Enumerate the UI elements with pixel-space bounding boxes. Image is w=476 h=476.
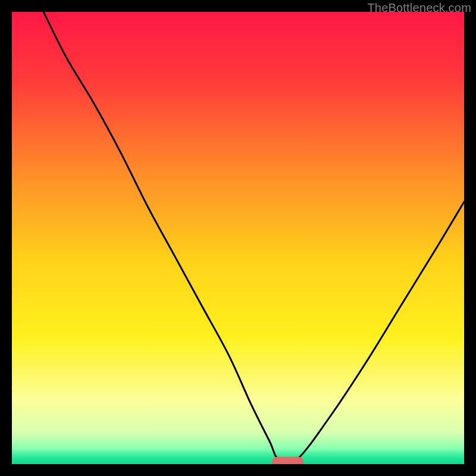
optimum-marker: [272, 457, 303, 464]
chart-frame: TheBottleneck.com: [0, 0, 476, 476]
bottleneck-chart: [12, 12, 464, 464]
plot-area: [12, 12, 464, 464]
